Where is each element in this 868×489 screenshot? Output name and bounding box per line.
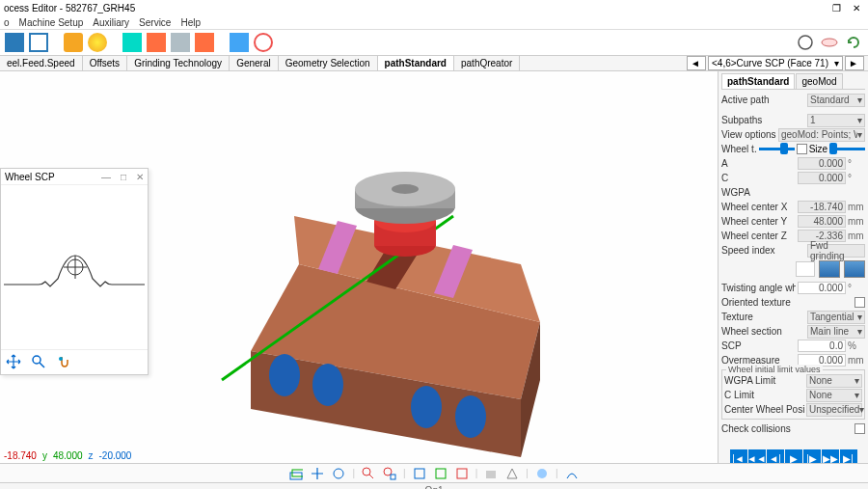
twist-field[interactable]: 0.000	[798, 282, 846, 294]
panel-title: Wheel SCP	[5, 172, 55, 182]
wheel-sect-label: Wheel section	[721, 326, 805, 337]
viewopt-select[interactable]: geoMod: Points; Wheel ...▾	[778, 128, 865, 142]
player-rewind-icon[interactable]: ◄◄	[748, 449, 766, 463]
tab-grinding[interactable]: Grinding Technology	[127, 56, 230, 70]
bt-rotate-icon[interactable]	[331, 466, 346, 481]
cloud-icon[interactable]	[819, 32, 840, 53]
tab-geometry[interactable]: Geometry Selection	[279, 56, 378, 70]
wcx-label: Wheel center X	[721, 202, 796, 212]
wcx-field[interactable]: -18.740	[798, 201, 846, 213]
svg-point-39	[537, 469, 547, 478]
player-ffwd-icon[interactable]: ▶▶	[822, 449, 839, 463]
orange2-icon[interactable]	[194, 32, 215, 53]
wheel-icon[interactable]	[795, 32, 816, 53]
properties-panel: pathStandard geoMod Active pathStandard▾…	[718, 71, 868, 463]
tool-btn-b[interactable]	[819, 260, 840, 278]
wheel-t-slider[interactable]	[759, 148, 795, 150]
bt-zoom-in-icon[interactable]	[361, 466, 376, 481]
menu-item[interactable]: Help	[180, 17, 201, 28]
cwp-select[interactable]: Unspecified▾	[806, 403, 862, 417]
bt-layers-icon[interactable]	[288, 466, 304, 481]
svg-rect-35	[436, 469, 446, 478]
bt-misc3-icon[interactable]	[534, 466, 550, 481]
tool-btn-a[interactable]	[796, 261, 815, 277]
player-play-icon[interactable]: ▶	[785, 449, 802, 463]
orient-label: Oriented texture	[721, 297, 853, 308]
svg-point-9	[269, 354, 300, 396]
nav-prev[interactable]: ◄	[687, 56, 706, 70]
grey-icon[interactable]	[170, 32, 191, 53]
subpaths-label: Subpaths	[721, 115, 805, 125]
tab-pathstandard[interactable]: pathStandard	[378, 56, 454, 70]
rp-tab-pathstandard[interactable]: pathStandard	[721, 73, 795, 89]
target-icon[interactable]	[253, 32, 274, 53]
bt-view2-icon[interactable]	[433, 466, 448, 481]
bt-move-icon[interactable]	[310, 466, 325, 481]
orange-icon[interactable]	[63, 32, 84, 53]
menu-item[interactable]: Auxiliary	[93, 17, 129, 28]
zoom-icon[interactable]	[28, 351, 49, 372]
wheel-sect-select[interactable]: Main line▾	[807, 325, 865, 339]
panel-close-icon[interactable]: ✕	[136, 172, 144, 182]
c-lim-select[interactable]: None▾	[806, 389, 862, 402]
player-last-icon[interactable]: ▶|	[840, 449, 857, 463]
check-col-checkbox[interactable]	[854, 423, 865, 434]
subpaths-select[interactable]: 1▾	[807, 114, 865, 127]
orange-square-icon[interactable]	[146, 32, 167, 53]
window-close-icon[interactable]: ✕	[853, 3, 860, 14]
curve-selector[interactable]: <4,6>Curve SCP (Face 71)▾	[708, 56, 843, 70]
a-field[interactable]: 0.000	[798, 157, 846, 170]
texture-select[interactable]: Tangential▾	[807, 311, 865, 324]
scp-field[interactable]: 0.0	[798, 340, 846, 352]
refresh-icon[interactable]	[843, 32, 864, 53]
wheel-profile-canvas[interactable]	[1, 185, 148, 349]
panel-maximize-icon[interactable]: □	[121, 172, 126, 182]
menu-item[interactable]: Machine Setup	[19, 17, 84, 28]
panel-minimize-icon[interactable]: —	[101, 172, 111, 182]
size-slider[interactable]	[829, 148, 865, 150]
player-step-back-icon[interactable]: ◄|	[767, 449, 784, 463]
tab-general[interactable]: General	[230, 56, 279, 70]
main-toolbar	[0, 30, 868, 55]
player-step-fwd-icon[interactable]: |▶	[803, 449, 821, 463]
calendar-icon[interactable]	[28, 32, 49, 53]
player-first-icon[interactable]: |◄	[730, 449, 747, 463]
svg-rect-33	[391, 475, 395, 479]
window-title: ocess Editor - 582767_GRH45	[4, 3, 135, 14]
tab-offsets[interactable]: Offsets	[83, 56, 128, 70]
bottom-toolbar: | | | | |	[0, 463, 868, 482]
teal-icon[interactable]	[122, 32, 143, 53]
menu-item[interactable]: Service	[139, 17, 171, 28]
menu-item[interactable]: o	[4, 17, 10, 28]
check-col-label: Check collisions	[721, 423, 853, 434]
3d-viewport[interactable]: Wheel SCP — □ ✕	[0, 71, 718, 463]
size-label: Size	[809, 144, 827, 154]
bt-zoom-fit-icon[interactable]	[382, 466, 397, 481]
bt-view1-icon[interactable]	[412, 466, 427, 481]
sun-icon[interactable]	[87, 32, 108, 53]
touch-icon[interactable]	[53, 351, 74, 372]
rp-tab-geomod[interactable]: geoMod	[796, 73, 842, 89]
move-icon[interactable]	[3, 351, 24, 372]
svg-point-30	[363, 468, 370, 475]
blue-icon[interactable]	[229, 32, 250, 53]
coord-z-label: z	[89, 450, 94, 461]
bt-misc1-icon[interactable]	[483, 466, 499, 481]
svg-rect-34	[415, 469, 424, 478]
wcy-field[interactable]: 48.000	[798, 215, 846, 228]
speed-idx-select[interactable]: Fwd grinding	[807, 244, 865, 258]
tab-feed-speed[interactable]: eel.Feed.Speed	[0, 56, 83, 70]
tool-btn-c[interactable]	[844, 260, 865, 278]
bt-misc4-icon[interactable]	[564, 466, 580, 481]
grid-icon[interactable]	[4, 32, 25, 53]
active-path-select[interactable]: Standard▾	[807, 94, 865, 107]
nav-next[interactable]: ►	[845, 56, 864, 70]
wgpa-lim-select[interactable]: None▾	[806, 374, 862, 388]
wheel-t-check[interactable]	[797, 144, 807, 154]
orient-checkbox[interactable]	[854, 297, 865, 308]
tab-pathqreator[interactable]: pathQreator	[454, 56, 520, 70]
bt-misc2-icon[interactable]	[504, 466, 520, 481]
bt-view3-icon[interactable]	[454, 466, 470, 481]
window-restore-icon[interactable]: ❐	[832, 3, 841, 14]
c-field[interactable]: 0.000	[798, 172, 846, 184]
